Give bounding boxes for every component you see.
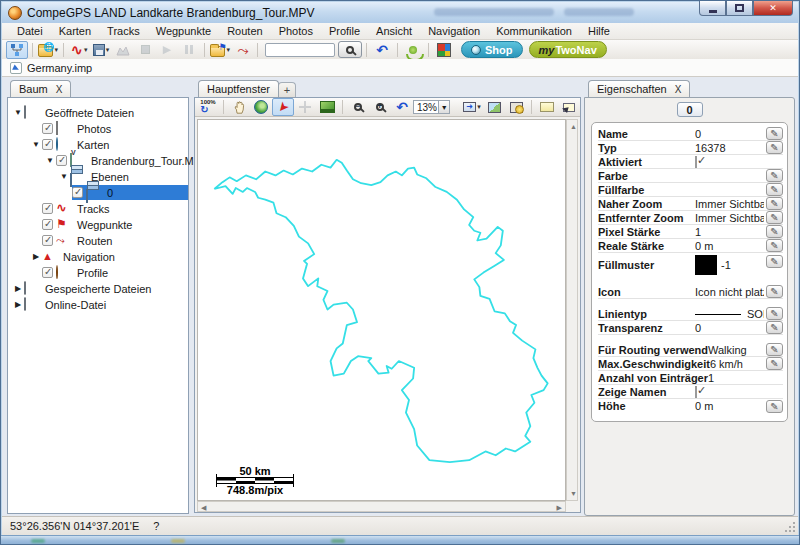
routen-checkbox[interactable]	[42, 235, 53, 246]
previous-zoom-button[interactable]: ↶	[391, 98, 413, 116]
scroll-left-icon[interactable]: ◀	[201, 504, 206, 511]
map-checkbox[interactable]	[56, 155, 67, 166]
photos-checkbox[interactable]	[42, 123, 53, 134]
tree-tab[interactable]: Baum X	[10, 80, 71, 97]
world-view-button[interactable]	[250, 98, 272, 116]
zeige-namen-checkbox[interactable]	[695, 386, 697, 398]
menu-hilfe[interactable]: Hilfe	[581, 24, 617, 38]
selected-object-chip[interactable]: 0	[677, 102, 703, 117]
menu-wegpunkte[interactable]: Wegpunkte	[149, 24, 218, 38]
edit-hoehe-button[interactable]	[766, 400, 783, 413]
menu-navigation[interactable]: Navigation	[421, 24, 487, 38]
tracks-checkbox[interactable]	[42, 203, 53, 214]
tree-tab-close-icon[interactable]: X	[56, 84, 63, 95]
karten-checkbox[interactable]	[42, 139, 53, 150]
add-tab-button[interactable]: +	[278, 82, 296, 97]
menu-photos[interactable]: Photos	[272, 24, 320, 38]
open-track-button[interactable]: ∿▾	[68, 41, 90, 59]
tree-item-profile[interactable]: Profile	[8, 265, 188, 280]
move-map-button[interactable]	[294, 98, 316, 116]
stop-button[interactable]	[134, 41, 156, 59]
properties-tab[interactable]: Eigenschaften X	[588, 80, 690, 97]
expander-icon[interactable]: ▼	[12, 108, 24, 117]
edit-fuellmuster-button[interactable]	[766, 255, 783, 268]
new-note-button[interactable]	[536, 98, 558, 116]
land-3d-button[interactable]	[316, 98, 338, 116]
land-modules-button[interactable]	[433, 41, 455, 59]
edit-transparenz-button[interactable]	[766, 321, 783, 334]
tree-item-routen[interactable]: ⤳ Routen	[8, 233, 188, 248]
minimap-button[interactable]	[483, 98, 505, 116]
menu-kommunikation[interactable]: Kommunikation	[489, 24, 579, 38]
window-transfer-button[interactable]: ▾	[461, 98, 483, 116]
tree-item-geoeffnete-dateien[interactable]: ▼ Geöffnete Dateien	[8, 105, 188, 120]
menu-datei[interactable]: Datei	[10, 24, 50, 38]
edit-typ-button[interactable]	[766, 141, 783, 154]
save-track-button[interactable]: ▾	[90, 41, 112, 59]
minimize-button[interactable]	[699, 1, 726, 16]
edit-linientyp-button[interactable]	[766, 307, 783, 320]
edit-routing-button[interactable]	[766, 343, 783, 356]
expander-icon[interactable]: ▼	[44, 156, 56, 165]
edit-naher-zoom-button[interactable]	[766, 197, 783, 210]
tree-item-navigation[interactable]: ▶ ▲ Navigation	[8, 249, 188, 264]
search-input[interactable]	[265, 43, 335, 57]
open-map-button[interactable]: 🌐▾	[37, 41, 59, 59]
menu-ansicht[interactable]: Ansicht	[369, 24, 419, 38]
edit-max-geschwindigkeit-button[interactable]	[766, 357, 783, 370]
open-waypoint-button[interactable]: ⚑▾	[209, 41, 231, 59]
undo-button[interactable]: ↶	[371, 41, 393, 59]
tree-item-online-datei[interactable]: ▶ Online-Datei	[8, 297, 188, 312]
edit-entfernter-zoom-button[interactable]	[766, 211, 783, 224]
route-tool-button[interactable]: ⤳	[231, 41, 253, 59]
twonav-status-button[interactable]	[402, 41, 424, 59]
hauptfenster-tab[interactable]: Hauptfenster	[198, 80, 279, 97]
zoom-100-button[interactable]: 100%↻	[197, 98, 219, 116]
mytwonav-button[interactable]: my TwoNav	[529, 41, 607, 58]
send-map-button[interactable]	[505, 98, 527, 116]
zoom-level-value[interactable]: 13%	[413, 100, 439, 114]
pause-button[interactable]	[178, 41, 200, 59]
pan-hand-button[interactable]	[228, 98, 250, 116]
edit-icon-button[interactable]	[766, 285, 783, 298]
edit-pixel-staerke-button[interactable]	[766, 225, 783, 238]
profile-checkbox[interactable]	[42, 267, 53, 278]
tree-item-karten[interactable]: ▼ Karten	[8, 137, 188, 152]
scroll-right-icon[interactable]: ▶	[557, 504, 562, 511]
scroll-up-icon[interactable]: ▲	[570, 123, 577, 130]
track-graph-button[interactable]	[112, 41, 134, 59]
tree-panel-toggle-button[interactable]	[6, 41, 28, 59]
resize-grip[interactable]	[784, 521, 796, 533]
zoom-out-button[interactable]: −	[347, 98, 369, 116]
zoom-level-dropdown[interactable]: ▼	[439, 100, 450, 114]
close-button[interactable]: ✕	[753, 1, 793, 16]
expander-icon[interactable]: ▶	[12, 284, 24, 293]
expander-icon[interactable]: ▶	[12, 300, 24, 309]
map-canvas[interactable]: 50 km 748.8m/pix	[197, 119, 566, 501]
edit-fuellfarbe-button[interactable]	[766, 183, 783, 196]
menu-routen[interactable]: Routen	[220, 24, 269, 38]
expander-icon[interactable]: ▼	[58, 172, 70, 181]
menu-tracks[interactable]: Tracks	[100, 24, 147, 38]
maximize-button[interactable]	[726, 1, 753, 16]
menu-profile[interactable]: Profile	[322, 24, 367, 38]
expander-icon[interactable]: ▼	[30, 140, 42, 149]
tree-item-layer-0[interactable]: 0	[8, 185, 188, 200]
menu-karten[interactable]: Karten	[52, 24, 98, 38]
tree-item-wegpunkte[interactable]: ⚑ Wegpunkte	[8, 217, 188, 232]
shop-button[interactable]: Shop	[461, 41, 523, 58]
aktiviert-checkbox[interactable]	[695, 156, 697, 168]
edit-reale-staerke-button[interactable]	[766, 239, 783, 252]
select-mode-button[interactable]: ➤	[272, 98, 294, 116]
horizontal-scrollbar[interactable]: ◀ ▶	[197, 501, 566, 512]
object-info-button[interactable]	[558, 98, 580, 116]
expander-icon[interactable]: ▶	[30, 252, 42, 261]
vertical-scrollbar[interactable]: ▲ ▼	[566, 119, 578, 501]
wegpunkte-checkbox[interactable]	[42, 219, 53, 230]
layer-checkbox[interactable]	[72, 187, 83, 198]
edit-name-button[interactable]	[766, 127, 783, 140]
scroll-down-icon[interactable]: ▼	[570, 490, 577, 497]
properties-tab-close-icon[interactable]: X	[675, 84, 682, 95]
search-button[interactable]	[338, 41, 362, 58]
tree-item-photos[interactable]: Photos	[8, 121, 188, 136]
